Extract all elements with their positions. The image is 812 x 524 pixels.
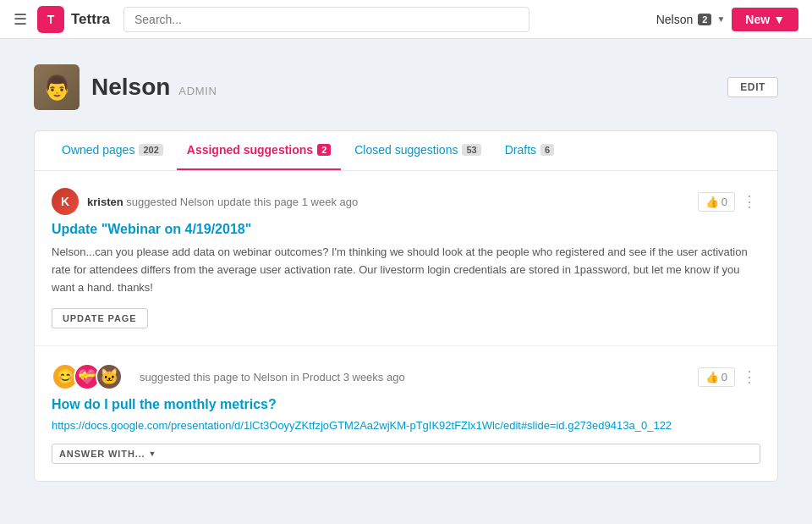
edit-button[interactable]: EDIT — [727, 77, 778, 97]
nav-right: Nelson 2 ▼ New ▼ — [656, 8, 798, 31]
profile-info: Nelson ADMIN — [91, 74, 217, 101]
user-name: Nelson — [656, 13, 694, 26]
suggestion-item: 😊 💝 🐱 suggested this page to Nelson in P… — [35, 346, 777, 481]
tab-label: Owned pages — [62, 143, 134, 157]
app-name: Tettra — [71, 11, 110, 28]
profile-header: 👨 Nelson ADMIN EDIT — [34, 64, 778, 110]
app-logo[interactable]: T Tettra — [37, 6, 110, 33]
answer-with-dropdown[interactable]: ANSWER WITH... ▼ — [52, 444, 760, 464]
suggestion-title[interactable]: How do I pull the monthly metrics? — [52, 397, 760, 412]
like-button[interactable]: 👍 0 — [698, 367, 735, 387]
tab-badge: 2 — [317, 144, 331, 156]
meta-text: suggested Nelson update this page 1 week… — [126, 196, 358, 208]
chevron-down-icon: ▼ — [773, 13, 785, 26]
suggestion-link-anchor[interactable]: https://docs.google.com/presentation/d/1… — [52, 419, 672, 432]
suggestion-meta: kristen suggested Nelson update this pag… — [87, 196, 698, 208]
update-page-button[interactable]: UPDATE PAGE — [52, 308, 148, 328]
user-menu[interactable]: Nelson 2 ▼ — [656, 13, 726, 26]
avatar: 🐱 — [96, 363, 123, 390]
avatar-group: 😊 💝 🐱 — [52, 363, 131, 390]
tab-label: Assigned suggestions — [187, 143, 313, 157]
profile-role: ADMIN — [178, 85, 217, 97]
suggestion-header: K kristen suggested Nelson update this p… — [52, 188, 760, 215]
search-input[interactable] — [123, 7, 529, 32]
navbar: ☰ T Tettra Nelson 2 ▼ New ▼ — [0, 0, 812, 39]
thumbs-up-icon: 👍 — [705, 371, 719, 383]
page-content: 👨 Nelson ADMIN EDIT Owned pages 202 Assi… — [0, 39, 812, 507]
chevron-down-icon: ▼ — [716, 14, 725, 24]
hamburger-icon[interactable]: ☰ — [14, 10, 27, 29]
meta-text: suggested this page to Nelson in Product… — [140, 371, 405, 383]
avatar: 👨 — [34, 64, 80, 110]
author-name: kristen — [87, 196, 123, 208]
like-count: 0 — [721, 371, 727, 383]
tab-drafts[interactable]: Drafts 6 — [495, 131, 564, 170]
avatar-image: 👨 — [34, 64, 80, 110]
suggestion-actions: 👍 0 ⋮ — [698, 190, 760, 212]
tab-owned-pages[interactable]: Owned pages 202 — [52, 131, 173, 170]
tabs-bar: Owned pages 202 Assigned suggestions 2 C… — [35, 131, 777, 171]
answer-with-label: ANSWER WITH... — [59, 449, 145, 459]
tab-closed-suggestions[interactable]: Closed suggestions 53 — [344, 131, 491, 170]
suggestion-link: https://docs.google.com/presentation/d/1… — [52, 419, 760, 432]
avatar: K — [52, 188, 79, 215]
suggestion-body: Nelson...can you please add data on webi… — [52, 244, 760, 296]
new-button[interactable]: New ▼ — [732, 8, 798, 31]
chevron-down-icon: ▼ — [149, 450, 157, 458]
notification-badge: 2 — [698, 14, 711, 25]
suggestion-item: K kristen suggested Nelson update this p… — [35, 171, 777, 346]
like-button[interactable]: 👍 0 — [698, 192, 735, 212]
suggestion-title[interactable]: Update "Webinar on 4/19/2018" — [52, 222, 760, 237]
suggestion-actions: 👍 0 ⋮ — [698, 366, 760, 388]
tab-label: Drafts — [505, 143, 536, 157]
more-options-button[interactable]: ⋮ — [738, 366, 760, 388]
logo-icon: T — [37, 6, 64, 33]
tab-badge: 6 — [540, 144, 554, 156]
more-options-button[interactable]: ⋮ — [738, 190, 760, 212]
main-card: Owned pages 202 Assigned suggestions 2 C… — [34, 130, 778, 482]
profile-name: Nelson — [91, 74, 170, 101]
search-container — [123, 7, 529, 32]
like-count: 0 — [721, 196, 727, 208]
thumbs-up-icon: 👍 — [705, 196, 719, 208]
tab-label: Closed suggestions — [354, 143, 458, 157]
tab-assigned-suggestions[interactable]: Assigned suggestions 2 — [177, 131, 341, 170]
suggestion-meta: suggested this page to Nelson in Product… — [140, 371, 698, 383]
suggestion-header: 😊 💝 🐱 suggested this page to Nelson in P… — [52, 363, 760, 390]
tab-badge: 53 — [462, 144, 480, 156]
tab-badge: 202 — [139, 144, 162, 156]
